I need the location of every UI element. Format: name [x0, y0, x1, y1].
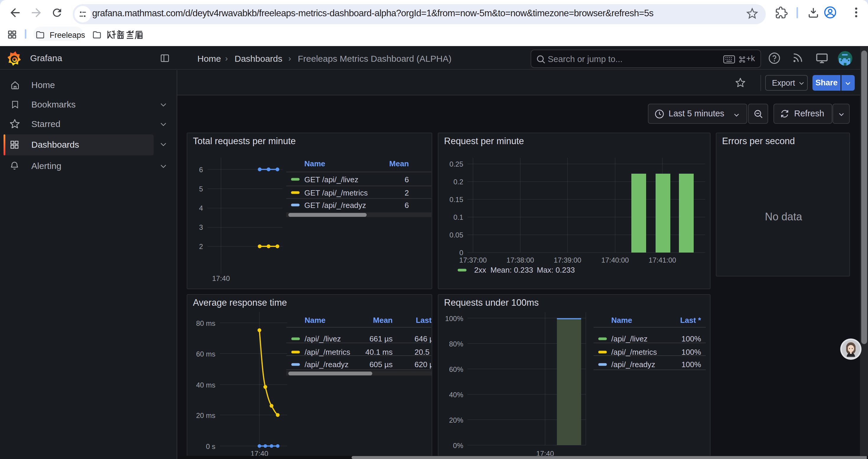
svg-text:2: 2 — [405, 189, 409, 197]
svg-text:3: 3 — [199, 223, 203, 231]
svg-text:Max: 0.233: Max: 0.233 — [537, 266, 575, 274]
svg-text:Name: Name — [611, 316, 632, 325]
svg-text:100%: 100% — [682, 334, 701, 343]
svg-text:Name: Name — [305, 316, 326, 325]
svg-text:/api/_/livez: /api/_/livez — [611, 334, 648, 343]
svg-text:0.05: 0.05 — [450, 231, 463, 239]
svg-text:6: 6 — [199, 166, 203, 174]
svg-text:646 µs: 646 µs — [414, 334, 432, 343]
svg-text:/api/_/readyz: /api/_/readyz — [611, 360, 655, 369]
svg-text:40.1 ms: 40.1 ms — [366, 348, 393, 357]
svg-text:100%: 100% — [682, 348, 701, 357]
svg-text:0: 0 — [459, 249, 463, 257]
svg-text:Mean: Mean — [390, 159, 409, 168]
svg-text:Name: Name — [304, 159, 325, 168]
svg-text:0.25: 0.25 — [450, 160, 463, 168]
svg-text:GET /api/_/metrics: GET /api/_/metrics — [304, 189, 368, 197]
svg-text:60 ms: 60 ms — [196, 350, 215, 358]
svg-text:20 ms: 20 ms — [196, 412, 215, 419]
svg-text:2xx: 2xx — [474, 266, 486, 274]
svg-text:17:40: 17:40 — [212, 274, 230, 282]
svg-text:/api/_/metrics: /api/_/metrics — [305, 348, 350, 357]
svg-text:17:39:00: 17:39:00 — [554, 256, 581, 264]
svg-text:6: 6 — [405, 201, 409, 210]
svg-text:Mean: Mean — [373, 316, 393, 325]
svg-text:17:37:00: 17:37:00 — [459, 256, 487, 264]
svg-text:605 µs: 605 µs — [369, 360, 393, 369]
svg-text:4: 4 — [199, 204, 203, 212]
svg-text:Mean: 0.233: Mean: 0.233 — [490, 266, 533, 274]
svg-text:80 ms: 80 ms — [196, 319, 215, 327]
svg-text:0.1: 0.1 — [454, 213, 463, 221]
svg-text:60%: 60% — [449, 365, 463, 373]
svg-text:20%: 20% — [449, 416, 463, 424]
svg-text:40%: 40% — [449, 391, 463, 399]
svg-text:Last *: Last * — [416, 316, 432, 325]
svg-text:620 µs: 620 µs — [414, 360, 432, 369]
svg-text:5: 5 — [199, 185, 203, 193]
svg-text:17:40:00: 17:40:00 — [601, 256, 629, 264]
svg-text:0 s: 0 s — [206, 442, 215, 451]
svg-text:80%: 80% — [449, 340, 463, 348]
svg-text:17:41:00: 17:41:00 — [649, 256, 676, 264]
svg-text:Last *: Last * — [680, 316, 701, 325]
svg-text:100%: 100% — [682, 360, 701, 369]
svg-text:/api/_/readyz: /api/_/readyz — [305, 360, 349, 369]
svg-text:6: 6 — [405, 175, 409, 184]
svg-text:40 ms: 40 ms — [196, 381, 215, 389]
svg-text:GET /api/_/readyz: GET /api/_/readyz — [304, 201, 366, 210]
svg-text:100%: 100% — [445, 315, 463, 323]
svg-text:/api/_/metrics: /api/_/metrics — [611, 348, 657, 357]
svg-text:0.15: 0.15 — [450, 196, 463, 203]
svg-text:17:38:00: 17:38:00 — [506, 256, 534, 264]
svg-text:661 µs: 661 µs — [369, 334, 393, 343]
svg-text:0%: 0% — [453, 441, 463, 450]
svg-text:20.5 ms: 20.5 ms — [414, 348, 432, 357]
svg-text:2: 2 — [199, 242, 203, 251]
svg-text:GET /api/_/livez: GET /api/_/livez — [304, 175, 359, 184]
svg-text:0.2: 0.2 — [454, 178, 463, 186]
svg-text:/api/_/livez: /api/_/livez — [305, 334, 341, 343]
